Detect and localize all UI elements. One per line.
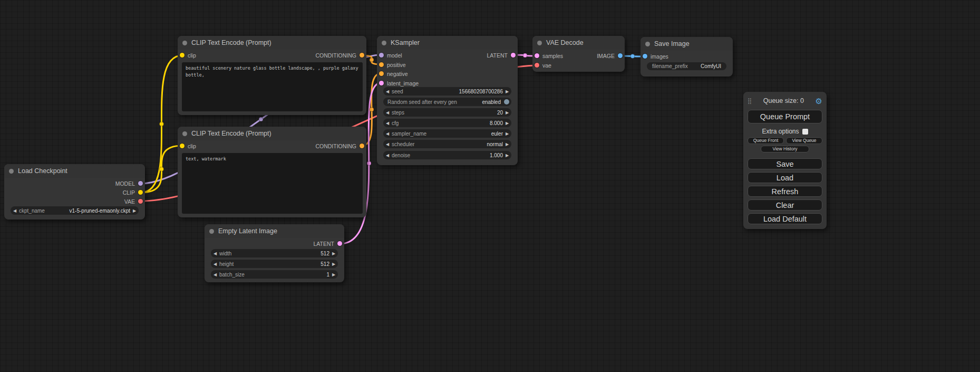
output-slot-model[interactable]: MODEL — [115, 179, 143, 188]
seed-widget[interactable]: ◀ seed 156680208700286 ▶ — [383, 87, 511, 96]
input-slot-images[interactable]: images — [643, 52, 668, 61]
output-slot-latent[interactable]: LATENT — [487, 51, 516, 60]
latent-slot-dot[interactable] — [379, 81, 384, 85]
node-title-bar[interactable]: CLIP Text Encode (Prompt) — [178, 36, 366, 50]
output-slot-clip[interactable]: CLIP — [123, 188, 143, 197]
node-collapse-dot[interactable] — [645, 42, 650, 46]
clip-slot-dot[interactable] — [138, 190, 143, 195]
prev-arrow-icon[interactable]: ◀ — [211, 272, 219, 277]
node-vae-decode[interactable]: VAE Decode samples vae IMAGE — [532, 36, 625, 72]
denoise-widget[interactable]: ◀ denoise 1.000 ▶ — [383, 151, 511, 159]
comfy-menu-panel[interactable]: ⣿ Queue size: 0 ⚙ Queue Prompt Extra opt… — [743, 92, 827, 229]
settings-gear-icon[interactable]: ⚙ — [816, 97, 822, 105]
save-button[interactable]: Save — [748, 158, 822, 169]
vae-slot-dot[interactable] — [535, 63, 539, 68]
conditioning-slot-dot[interactable] — [379, 71, 384, 76]
output-slot-vae[interactable]: VAE — [124, 197, 143, 206]
queue-prompt-button[interactable]: Queue Prompt — [748, 110, 822, 123]
refresh-button[interactable]: Refresh — [748, 186, 822, 197]
next-arrow-icon[interactable]: ▶ — [503, 110, 511, 115]
prev-arrow-icon[interactable]: ◀ — [383, 142, 392, 147]
input-slot-positive[interactable]: positive — [379, 60, 406, 69]
node-load-checkpoint[interactable]: Load Checkpoint MODEL CLIP VAE ◀ ckpt_na… — [4, 164, 145, 220]
sampler-name-widget[interactable]: ◀ sampler_name euler ▶ — [383, 129, 511, 138]
input-slot-clip[interactable]: clip — [180, 51, 196, 60]
prev-arrow-icon[interactable]: ◀ — [211, 262, 219, 266]
view-history-button[interactable]: View History — [761, 146, 809, 152]
prompt-textarea[interactable]: text, watermark — [182, 153, 363, 214]
node-empty-latent-image[interactable]: Empty Latent Image LATENT ◀ width 512 ▶ … — [205, 224, 344, 282]
node-title-bar[interactable]: Save Image — [641, 37, 733, 51]
conditioning-slot-dot[interactable] — [360, 53, 364, 58]
next-arrow-icon[interactable]: ▶ — [329, 262, 338, 266]
prev-arrow-icon[interactable]: ◀ — [11, 208, 19, 213]
ckpt-name-widget[interactable]: ◀ ckpt_name v1-5-pruned-emaonly.ckpt ▶ — [11, 206, 139, 215]
node-title-bar[interactable]: Load Checkpoint — [4, 164, 145, 178]
node-title-bar[interactable]: CLIP Text Encode (Prompt) — [178, 127, 366, 140]
output-slot-image[interactable]: IMAGE — [597, 51, 623, 60]
load-button[interactable]: Load — [748, 172, 822, 183]
input-slot-vae[interactable]: vae — [535, 61, 551, 70]
model-slot-dot[interactable] — [138, 181, 143, 186]
width-widget[interactable]: ◀ width 512 ▶ — [211, 249, 338, 257]
node-title-bar[interactable]: Empty Latent Image — [205, 224, 344, 238]
next-arrow-icon[interactable]: ▶ — [329, 272, 338, 277]
height-widget[interactable]: ◀ height 512 ▶ — [211, 260, 338, 268]
toggle-indicator[interactable] — [504, 99, 509, 104]
next-arrow-icon[interactable]: ▶ — [503, 142, 511, 147]
clip-slot-dot[interactable] — [180, 53, 185, 58]
conditioning-slot-dot[interactable] — [379, 62, 384, 67]
node-collapse-dot[interactable] — [9, 169, 14, 174]
latent-slot-dot[interactable] — [511, 53, 516, 58]
prompt-textarea[interactable]: beautiful scenery nature glass bottle la… — [182, 62, 363, 111]
output-slot-latent[interactable]: LATENT — [314, 239, 342, 248]
input-slot-samples[interactable]: samples — [535, 51, 563, 60]
node-clip-text-encode-negative[interactable]: CLIP Text Encode (Prompt) clip CONDITION… — [178, 127, 366, 217]
next-arrow-icon[interactable]: ▶ — [503, 131, 511, 136]
prev-arrow-icon[interactable]: ◀ — [211, 251, 219, 256]
image-slot-dot[interactable] — [618, 53, 623, 58]
input-slot-clip[interactable]: clip — [180, 141, 196, 150]
next-arrow-icon[interactable]: ▶ — [130, 208, 139, 213]
queue-front-button[interactable]: Queue Front — [748, 137, 784, 144]
prev-arrow-icon[interactable]: ◀ — [383, 153, 392, 158]
model-slot-dot[interactable] — [379, 53, 384, 58]
node-collapse-dot[interactable] — [537, 41, 542, 45]
batch-size-widget[interactable]: ◀ batch_size 1 ▶ — [211, 270, 338, 279]
next-arrow-icon[interactable]: ▶ — [503, 153, 511, 158]
node-title-bar[interactable]: KSampler — [377, 36, 518, 50]
filename-prefix-widget[interactable]: filename_prefix ComfyUI — [647, 62, 726, 70]
output-slot-conditioning[interactable]: CONDITIONING — [315, 51, 364, 60]
node-collapse-dot[interactable] — [209, 229, 214, 234]
next-arrow-icon[interactable]: ▶ — [329, 251, 338, 256]
latent-slot-dot[interactable] — [535, 53, 539, 58]
random-seed-toggle-widget[interactable]: Random seed after every gen enabled — [383, 98, 511, 106]
prev-arrow-icon[interactable]: ◀ — [383, 89, 392, 94]
output-slot-conditioning[interactable]: CONDITIONING — [315, 141, 364, 150]
prev-arrow-icon[interactable]: ◀ — [383, 131, 392, 136]
next-arrow-icon[interactable]: ▶ — [503, 89, 511, 94]
latent-slot-dot[interactable] — [337, 241, 342, 246]
node-collapse-dot[interactable] — [182, 131, 187, 136]
drag-handle-icon[interactable]: ⣿ — [748, 98, 752, 104]
view-queue-button[interactable]: View Queue — [786, 137, 822, 144]
clear-button[interactable]: Clear — [748, 199, 822, 211]
vae-slot-dot[interactable] — [138, 199, 143, 204]
node-title-bar[interactable]: VAE Decode — [532, 36, 625, 50]
input-slot-latent-image[interactable]: latent_image — [379, 79, 419, 88]
load-default-button[interactable]: Load Default — [748, 213, 822, 224]
node-ksampler[interactable]: KSampler model positive negative latent_… — [377, 36, 518, 165]
steps-widget[interactable]: ◀ steps 20 ▶ — [383, 108, 511, 117]
image-slot-dot[interactable] — [643, 54, 647, 59]
scheduler-widget[interactable]: ◀ scheduler normal ▶ — [383, 140, 511, 148]
prev-arrow-icon[interactable]: ◀ — [383, 110, 392, 115]
node-collapse-dot[interactable] — [382, 41, 386, 45]
node-save-image[interactable]: Save Image images filename_prefix ComfyU… — [641, 37, 733, 77]
workflow-canvas[interactable]: Load Checkpoint MODEL CLIP VAE ◀ ckpt_na… — [0, 0, 980, 372]
input-slot-model[interactable]: model — [379, 51, 402, 60]
node-clip-text-encode-positive[interactable]: CLIP Text Encode (Prompt) clip CONDITION… — [178, 36, 366, 115]
extra-options-checkbox[interactable] — [802, 129, 808, 135]
cfg-widget[interactable]: ◀ cfg 8.000 ▶ — [383, 119, 511, 127]
prev-arrow-icon[interactable]: ◀ — [383, 121, 392, 126]
node-collapse-dot[interactable] — [182, 41, 187, 45]
